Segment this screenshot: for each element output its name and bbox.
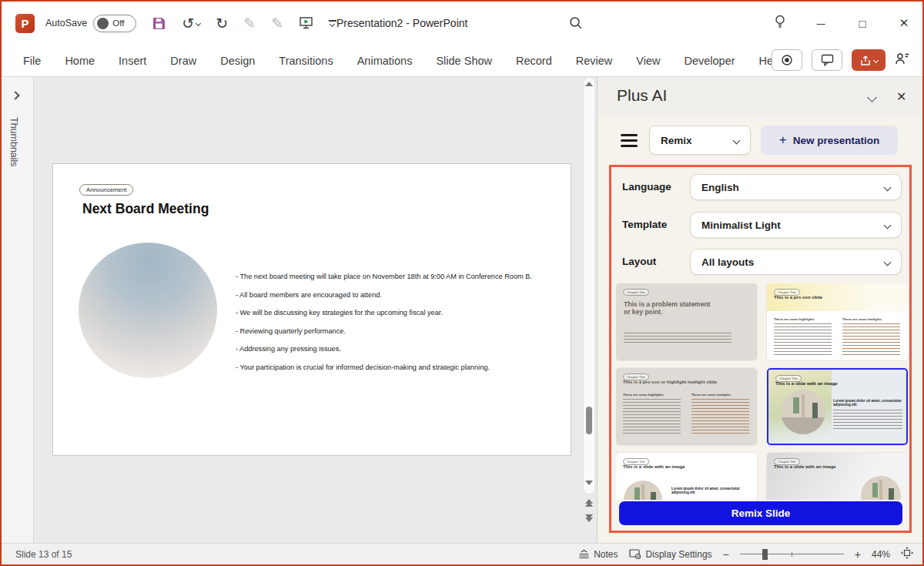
thumbnails-pane-label: Thumbnails (8, 117, 19, 167)
slide-bullet[interactable]: - Your participation is crucial for info… (236, 363, 544, 371)
main-area: Thumbnails Announcement Next Board Meeti… (2, 77, 922, 544)
zoom-in-button[interactable]: + (855, 548, 861, 561)
tab-draw[interactable]: Draw (170, 55, 196, 67)
tab-insert[interactable]: Insert (119, 55, 146, 67)
template-label: Template (622, 212, 667, 238)
remix-slide-button[interactable]: Remix Slide (619, 501, 902, 525)
panel-title: Plus AI (617, 86, 667, 105)
chevron-down-icon (733, 136, 741, 144)
template-thumbnail[interactable]: Chapter Title This is a pro con slide Th… (767, 283, 908, 360)
template-thumbnail[interactable]: Chapter Title This is a slide with an im… (616, 453, 757, 500)
close-button[interactable]: ✕ (896, 16, 912, 30)
scroll-up-icon[interactable] (585, 82, 593, 86)
language-field: Language English (622, 174, 899, 200)
status-bar: Slide 13 of 15 Notes Display Settings − … (2, 543, 922, 564)
window-controls: ─ □ ✕ (773, 2, 912, 45)
layout-label: Layout (622, 249, 656, 275)
template-thumbnail-selected[interactable]: Chapter Title This is a slide with an im… (767, 368, 908, 445)
previous-slide-button[interactable] (585, 499, 593, 507)
tab-file[interactable]: File (23, 55, 41, 67)
template-thumbnail[interactable]: Chapter Title This is a pro con or highl… (616, 368, 757, 445)
slide[interactable]: Announcement Next Board Meeting - The ne… (52, 163, 571, 456)
toggle-knob (97, 18, 109, 29)
slide-badge[interactable]: Announcement (79, 184, 133, 196)
comments-button[interactable] (812, 49, 842, 71)
tab-record[interactable]: Record (516, 55, 552, 67)
tab-transitions[interactable]: Transitions (279, 55, 333, 67)
slide-gradient-image[interactable] (79, 243, 217, 378)
presenter-coach-icon[interactable] (895, 52, 910, 69)
slide-body-text[interactable]: - The next board meeting will take place… (236, 273, 544, 381)
zoom-level[interactable]: 44% (872, 549, 890, 560)
minimize-button[interactable]: ─ (813, 17, 829, 30)
template-thumbnails-grid: Chapter Title This is a problem statemen… (616, 283, 908, 500)
slide-bullet[interactable]: - We will be discussing key strategies f… (236, 309, 544, 316)
redo-button[interactable]: ↻ (216, 16, 228, 31)
customize-toolbar-icon[interactable] (329, 20, 336, 26)
tab-view[interactable]: View (636, 55, 660, 67)
plus-ai-panel: Plus AI ✕ Remix + New presentation Langu… (597, 77, 922, 544)
vertical-scrollbar[interactable] (581, 77, 597, 544)
ink-highlighter-icon: ✎ (271, 16, 283, 31)
plus-icon: + (779, 132, 787, 148)
language-label: Language (622, 174, 671, 200)
template-dropdown[interactable]: Minimalist Light (690, 212, 902, 238)
chevron-down-icon (884, 183, 892, 191)
undo-button[interactable]: ↺ (182, 16, 200, 31)
tab-home[interactable]: Home (65, 55, 95, 67)
slide-bullet[interactable]: - All board members are encouraged to at… (236, 291, 544, 299)
document-title: Presentation2 - PowerPoint (336, 2, 467, 45)
scrollbar-thumb[interactable] (586, 407, 592, 434)
ink-pen-icon: ✎ (243, 16, 256, 31)
scroll-down-icon[interactable] (585, 481, 593, 485)
save-icon[interactable] (152, 16, 166, 31)
mode-dropdown-value: Remix (661, 135, 692, 146)
zoom-out-button[interactable]: − (723, 548, 729, 561)
fit-slide-to-window-icon[interactable] (901, 547, 913, 562)
tab-design[interactable]: Design (220, 55, 255, 67)
thumbnail-photo (781, 390, 825, 434)
template-thumbnail[interactable]: Chapter Title This is a slide with an im… (767, 453, 908, 500)
slide-counter[interactable]: Slide 13 of 15 (15, 549, 72, 560)
share-button[interactable] (852, 49, 886, 71)
thumbnails-pane-collapsed[interactable]: Thumbnails (2, 77, 34, 544)
powerpoint-logo-icon: P (15, 14, 35, 33)
layout-dropdown[interactable]: All layouts (690, 249, 902, 275)
zoom-slider[interactable] (740, 549, 844, 560)
chevron-down-icon (884, 221, 892, 229)
ribbon-tabs: File Home Insert Draw Design Transitions… (2, 45, 922, 77)
tab-slide-show[interactable]: Slide Show (436, 55, 492, 67)
new-presentation-button[interactable]: + New presentation (761, 126, 898, 155)
template-thumbnail[interactable]: Chapter Title This is a problem statemen… (616, 283, 757, 360)
notes-button[interactable]: Notes (578, 549, 618, 560)
panel-close-icon[interactable]: ✕ (896, 89, 906, 104)
tab-review[interactable]: Review (576, 55, 613, 67)
slide-bullet[interactable]: - Reviewing quarterly performance. (236, 327, 544, 335)
autosave-state: Off (112, 18, 124, 28)
tell-me-lightbulb-icon[interactable] (773, 14, 787, 32)
record-button[interactable] (772, 49, 802, 71)
display-settings-button[interactable]: Display Settings (629, 549, 712, 560)
slide-title[interactable]: Next Board Meeting (82, 201, 209, 217)
tab-developer[interactable]: Developer (684, 55, 735, 67)
start-slideshow-icon[interactable] (299, 16, 313, 30)
next-slide-button[interactable] (585, 514, 593, 522)
expand-thumbnails-icon[interactable] (11, 91, 19, 99)
quick-access-toolbar: ↺ ↻ ✎ ✎ (152, 16, 336, 31)
zoom-slider-handle[interactable] (762, 549, 768, 560)
slide-bullet[interactable]: - The next board meeting will take place… (236, 273, 544, 280)
powerpoint-window: P AutoSave Off ↺ ↻ ✎ ✎ Presentat (0, 0, 924, 566)
mode-dropdown[interactable]: Remix (649, 126, 751, 155)
undo-dropdown-icon[interactable] (196, 20, 201, 25)
layout-field: Layout All layouts (622, 249, 899, 275)
language-dropdown[interactable]: English (690, 174, 902, 200)
slide-bullet[interactable]: - Addressing any pressing issues. (236, 345, 544, 353)
chevron-down-icon (884, 258, 892, 266)
maximize-button[interactable]: □ (855, 17, 870, 30)
title-bar: P AutoSave Off ↺ ↻ ✎ ✎ Presentat (2, 2, 922, 45)
search-icon[interactable] (568, 15, 584, 34)
menu-hamburger-icon[interactable] (621, 134, 638, 147)
autosave-toggle[interactable]: Off (93, 15, 136, 32)
template-field: Template Minimalist Light (622, 212, 899, 238)
tab-animations[interactable]: Animations (357, 55, 413, 67)
